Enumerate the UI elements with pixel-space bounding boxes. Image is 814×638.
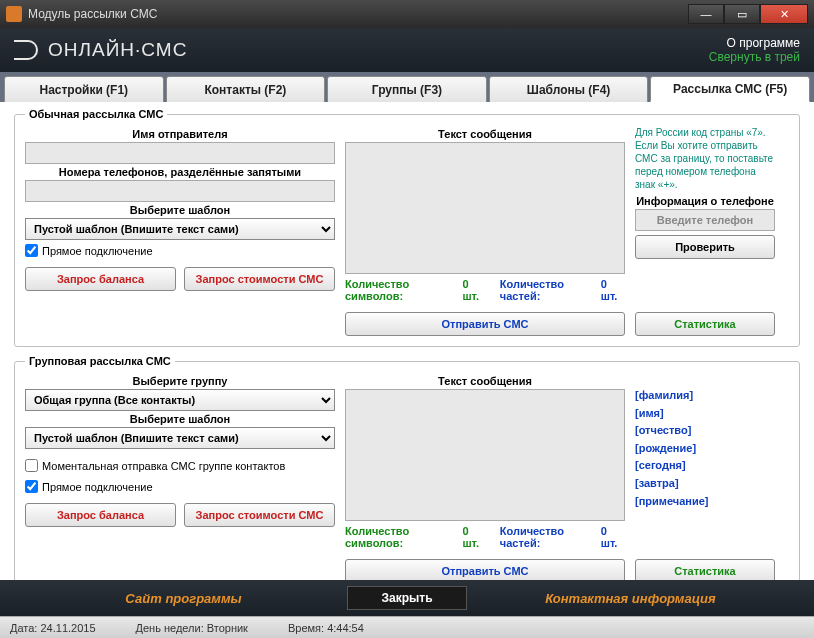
label-phones: Номера телефонов, разделённые запятыми: [25, 166, 335, 178]
tab-settings[interactable]: Настройки (F1): [4, 76, 164, 102]
label-template2: Выберите шаблон: [25, 413, 335, 425]
status-date: Дата: 24.11.2015: [10, 622, 96, 634]
tray-link[interactable]: Свернуть в трей: [709, 50, 800, 64]
direct-conn-input[interactable]: [25, 244, 38, 257]
status-dow: День недели: Вторник: [136, 622, 248, 634]
about-link[interactable]: О программе: [709, 36, 800, 50]
parts-value: 0 шт.: [601, 278, 625, 302]
ph-lastname[interactable]: [фамилия]: [635, 387, 775, 405]
direct-conn-label: Прямое подключение: [42, 245, 153, 257]
phone-input[interactable]: [635, 209, 775, 231]
cost-button[interactable]: Запрос стоимости СМС: [184, 267, 335, 291]
group-sms-group: Групповая рассылка СМС Выберите группу О…: [14, 355, 800, 580]
label-message: Текст сообщения: [345, 128, 625, 140]
ph-today[interactable]: [сегодня]: [635, 457, 775, 475]
instant-send-checkbox[interactable]: Моментальная отправка СМС группе контакт…: [25, 459, 335, 472]
parts-label2: Количество частей:: [500, 525, 601, 549]
ph-tomorrow[interactable]: [завтра]: [635, 475, 775, 493]
site-link[interactable]: Сайт программы: [60, 591, 307, 606]
direct-conn2-checkbox[interactable]: Прямое подключение: [25, 480, 335, 493]
titlebar: Модуль рассылки СМС — ▭ ✕: [0, 0, 814, 28]
ph-note[interactable]: [примечание]: [635, 493, 775, 511]
maximize-button[interactable]: ▭: [724, 4, 760, 24]
send-button[interactable]: Отправить СМС: [345, 312, 625, 336]
sender-input[interactable]: [25, 142, 335, 164]
ph-firstname[interactable]: [имя]: [635, 405, 775, 423]
phones-input[interactable]: [25, 180, 335, 202]
tab-groups[interactable]: Группы (F3): [327, 76, 487, 102]
app-icon: [6, 6, 22, 22]
ph-birthday[interactable]: [рождение]: [635, 440, 775, 458]
label-template: Выберите шаблон: [25, 204, 335, 216]
parts-label: Количество частей:: [500, 278, 601, 302]
app-header: ОНЛАЙН·СМС О программе Свернуть в трей: [0, 28, 814, 72]
group-select[interactable]: Общая группа (Все контакты): [25, 389, 335, 411]
chars-label2: Количество символов:: [345, 525, 462, 549]
footer: Сайт программы Закрыть Контактная информ…: [0, 580, 814, 616]
contact-link[interactable]: Контактная информация: [507, 591, 754, 606]
regular-sms-legend: Обычная рассылка СМС: [25, 108, 167, 120]
instant-send-label: Моментальная отправка СМС группе контакт…: [42, 460, 285, 472]
ph-patronymic[interactable]: [отчество]: [635, 422, 775, 440]
chars-value2: 0 шт.: [462, 525, 486, 549]
direct-conn2-input[interactable]: [25, 480, 38, 493]
check-button[interactable]: Проверить: [635, 235, 775, 259]
logo: ОНЛАЙН·СМС: [14, 39, 187, 61]
parts-value2: 0 шт.: [601, 525, 625, 549]
label-message2: Текст сообщения: [345, 375, 625, 387]
close-window-button[interactable]: ✕: [760, 4, 808, 24]
send-button2[interactable]: Отправить СМС: [345, 559, 625, 580]
chars-value: 0 шт.: [462, 278, 486, 302]
regular-sms-group: Обычная рассылка СМС Имя отправителя Ном…: [14, 108, 800, 347]
logo-text: ОНЛАЙН·СМС: [48, 39, 187, 61]
stats-button[interactable]: Статистика: [635, 312, 775, 336]
cost-button2[interactable]: Запрос стоимости СМС: [184, 503, 335, 527]
balance-button[interactable]: Запрос баланса: [25, 267, 176, 291]
template-select[interactable]: Пустой шаблон (Впишите текст сами): [25, 218, 335, 240]
content-area: Обычная рассылка СМС Имя отправителя Ном…: [0, 102, 814, 580]
window-title: Модуль рассылки СМС: [28, 7, 688, 21]
tab-contacts[interactable]: Контакты (F2): [166, 76, 326, 102]
status-time: Время: 4:44:54: [288, 622, 364, 634]
logo-icon: [14, 40, 40, 60]
close-button[interactable]: Закрыть: [347, 586, 467, 610]
placeholder-list: [фамилия] [имя] [отчество] [рождение] [с…: [635, 387, 775, 510]
tab-bar: Настройки (F1) Контакты (F2) Группы (F3)…: [0, 72, 814, 102]
message-textarea2[interactable]: [345, 389, 625, 521]
tab-templates[interactable]: Шаблоны (F4): [489, 76, 649, 102]
instant-send-input[interactable]: [25, 459, 38, 472]
stats-button2[interactable]: Статистика: [635, 559, 775, 580]
template-select2[interactable]: Пустой шаблон (Впишите текст сами): [25, 427, 335, 449]
direct-conn-checkbox[interactable]: Прямое подключение: [25, 244, 335, 257]
info-phone-label: Информация о телефоне: [635, 195, 775, 207]
direct-conn2-label: Прямое подключение: [42, 481, 153, 493]
tab-sms[interactable]: Рассылка СМС (F5): [650, 76, 810, 102]
group-sms-legend: Групповая рассылка СМС: [25, 355, 175, 367]
balance-button2[interactable]: Запрос баланса: [25, 503, 176, 527]
chars-label: Количество символов:: [345, 278, 462, 302]
label-group: Выберите группу: [25, 375, 335, 387]
message-textarea[interactable]: [345, 142, 625, 274]
statusbar: Дата: 24.11.2015 День недели: Вторник Вр…: [0, 616, 814, 638]
info-country: Для России код страны «7». Если Вы хотит…: [635, 126, 775, 191]
label-sender: Имя отправителя: [25, 128, 335, 140]
minimize-button[interactable]: —: [688, 4, 724, 24]
